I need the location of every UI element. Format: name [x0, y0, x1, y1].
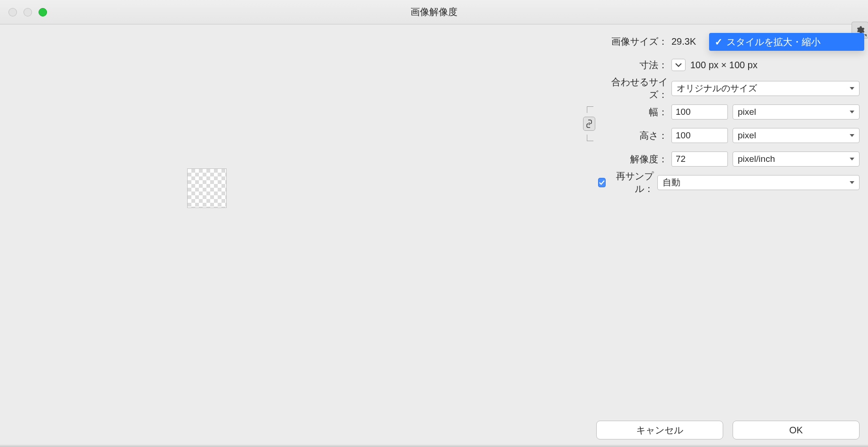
cancel-button-label: キャンセル — [636, 424, 683, 437]
height-unit-value: pixel — [738, 130, 756, 141]
traffic-lights — [8, 8, 47, 16]
resolution-unit-select[interactable]: pixel/inch — [733, 152, 860, 167]
width-row: 幅： pixel — [596, 104, 860, 120]
height-label: 高さ： — [596, 129, 671, 142]
footer-buttons: キャンセル OK — [596, 421, 860, 439]
width-height-block: 幅： pixel 高さ： pixel — [596, 104, 860, 143]
width-unit-value: pixel — [738, 107, 756, 117]
check-icon — [599, 180, 605, 185]
dialog-content: ✓ スタイルを拡大・縮小 画像サイズ： 29.3K 寸法： 100 px × 1… — [0, 24, 868, 447]
image-size-label: 画像サイズ： — [596, 35, 671, 48]
dimensions-row: 寸法： 100 px × 100 px — [596, 57, 860, 72]
width-unit-select[interactable]: pixel — [733, 104, 860, 120]
ok-button-label: OK — [789, 425, 803, 436]
height-unit-select[interactable]: pixel — [733, 128, 860, 143]
resample-row: 再サンプル： 自動 — [596, 175, 860, 190]
resample-label: 再サンプル： — [609, 170, 654, 195]
form: 画像サイズ： 29.3K 寸法： 100 px × 100 px 合わせるサイズ… — [596, 34, 860, 199]
dimensions-label: 寸法： — [596, 59, 671, 72]
cancel-button[interactable]: キャンセル — [596, 421, 723, 439]
image-size-value: 29.3K — [671, 36, 696, 47]
image-preview — [187, 168, 227, 208]
window-close-button[interactable] — [8, 8, 17, 16]
fit-size-select[interactable]: オリジナルのサイズ — [671, 81, 860, 96]
link-icon — [586, 120, 592, 128]
resample-select[interactable]: 自動 — [657, 175, 860, 190]
dropdown-indicator-icon — [864, 34, 867, 37]
width-label: 幅： — [596, 106, 671, 119]
window-zoom-button[interactable] — [39, 8, 47, 16]
check-icon: ✓ — [715, 36, 723, 48]
settings-popup-item[interactable]: ✓ スタイルを拡大・縮小 — [709, 33, 864, 51]
popup-item-label: スタイルを拡大・縮小 — [726, 36, 821, 48]
resolution-label: 解像度： — [596, 153, 671, 166]
link-bracket — [582, 104, 596, 143]
fit-size-row: 合わせるサイズ： オリジナルのサイズ — [596, 81, 860, 96]
height-input[interactable] — [671, 128, 728, 143]
constrain-proportions-button[interactable] — [583, 117, 595, 131]
bottom-shadow — [0, 444, 868, 447]
titlebar: 画像解像度 — [0, 0, 868, 24]
window-title: 画像解像度 — [410, 6, 458, 18]
ok-button[interactable]: OK — [733, 421, 860, 439]
fit-size-value: オリジナルのサイズ — [677, 82, 757, 95]
dimensions-unit-button[interactable] — [671, 59, 686, 71]
height-row: 高さ： pixel — [596, 128, 860, 143]
resample-checkbox[interactable] — [598, 178, 606, 187]
fit-size-label: 合わせるサイズ： — [596, 76, 671, 101]
window-minimize-button[interactable] — [24, 8, 32, 16]
chevron-down-icon — [675, 63, 682, 67]
resolution-input[interactable] — [671, 152, 728, 167]
resolution-row: 解像度： pixel/inch — [596, 152, 860, 167]
resolution-unit-value: pixel/inch — [738, 154, 775, 164]
resample-value: 自動 — [663, 176, 680, 189]
width-input[interactable] — [671, 104, 728, 120]
dimensions-value: 100 px × 100 px — [690, 60, 758, 71]
